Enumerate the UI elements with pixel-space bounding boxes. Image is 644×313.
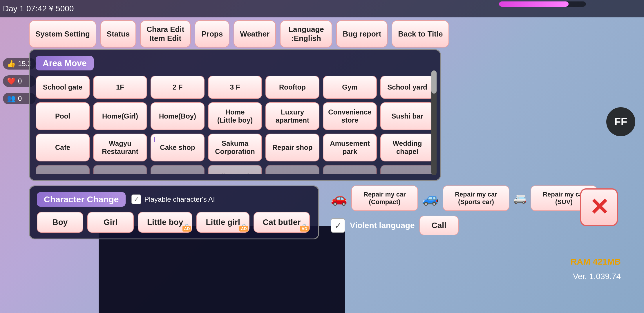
area-2f[interactable]: 2 F — [151, 76, 205, 99]
area-home-boy[interactable]: Home(Boy) — [151, 102, 205, 130]
area-police-station[interactable]: Police station — [208, 165, 262, 174]
area-gym[interactable]: Gym — [323, 76, 377, 99]
char-header: Character Change ✓ Playable character's … — [37, 192, 311, 207]
area-row4-7[interactable] — [380, 165, 434, 174]
back-to-title-button[interactable]: Back to Title — [392, 20, 449, 48]
area-sakuma-corporation[interactable]: SakumaCorporation — [208, 134, 262, 161]
close-button[interactable]: ✕ — [580, 188, 618, 226]
violence-checkbox[interactable]: ✓ — [331, 218, 345, 233]
area-3f[interactable]: 3 F — [208, 76, 262, 99]
top-menu: System Setting Status Chara EditItem Edi… — [29, 20, 615, 48]
char-boy-button[interactable]: Boy — [37, 212, 83, 233]
area-school-gate[interactable]: School gate — [36, 76, 90, 99]
right-panel: 🚗 Repair my car(Compact) 🚙 Repair my car… — [331, 185, 597, 235]
little-boy-ad-badge: AD — [182, 226, 191, 232]
suv-car-icon: 🚐 — [513, 192, 527, 204]
ff-button[interactable]: FF — [606, 107, 635, 136]
ai-checkbox-box[interactable]: ✓ — [131, 194, 141, 204]
area-cafe[interactable]: Cafe — [36, 134, 90, 161]
status-button[interactable]: Status — [100, 20, 136, 48]
area-amusement-park[interactable]: Amusementpark — [323, 134, 377, 161]
char-little-boy-button[interactable]: Little boy 🔒 AD — [138, 212, 192, 233]
area-wagyu-restaurant[interactable]: WagyuRestaurant — [93, 134, 147, 161]
ai-checkbox-label: Playable character's AI — [144, 195, 215, 203]
area-1f[interactable]: 1F — [93, 76, 147, 99]
ram-info: RAM 421MB — [571, 257, 621, 267]
area-home-little-boy[interactable]: Home(Little boy) — [208, 102, 262, 130]
call-button[interactable]: Call — [419, 216, 459, 235]
little-girl-ad-badge: AD — [239, 226, 248, 232]
character-change-panel: Character Change ✓ Playable character's … — [29, 185, 319, 239]
repair-sports-button[interactable]: Repair my car(Sports car) — [443, 185, 509, 211]
area-row4-5[interactable] — [265, 165, 319, 174]
area-repair-shop[interactable]: Repair shop — [265, 134, 319, 161]
violence-label: Violent language — [350, 221, 415, 230]
area-scrollbar[interactable] — [431, 70, 437, 175]
area-row4-3[interactable] — [151, 165, 205, 174]
area-row4-6[interactable] — [323, 165, 377, 174]
area-move-title: Area Move — [36, 56, 94, 70]
area-scrollbar-thumb[interactable] — [431, 70, 437, 94]
car-repair-row: 🚗 Repair my car(Compact) 🚙 Repair my car… — [331, 185, 597, 211]
sports-car-icon: 🚙 — [422, 190, 439, 206]
close-x-icon: ✕ — [589, 196, 609, 219]
area-luxury-apartment[interactable]: Luxuryapartment — [265, 102, 319, 130]
area-row4-2[interactable] — [93, 165, 147, 174]
area-convenience-store[interactable]: Conveniencestore — [323, 102, 377, 130]
chara-edit-button[interactable]: Chara EditItem Edit — [140, 20, 191, 48]
area-move-panel: Area Move School gate 1F 2 F 3 F Rooftop… — [29, 49, 441, 181]
char-little-girl-button[interactable]: Little girl 🔒 AD — [196, 212, 249, 233]
cat-butler-ad-badge: AD — [300, 226, 309, 232]
day-info: Day 1 07:42 ¥ 5000 — [3, 4, 74, 13]
character-change-title: Character Change — [37, 192, 126, 207]
violence-row: ✓ Violent language Call — [331, 216, 597, 235]
repair-compact-button[interactable]: Repair my car(Compact) — [351, 185, 418, 211]
ai-checkbox-container[interactable]: ✓ Playable character's AI — [131, 194, 215, 204]
compact-car-icon: 🚗 — [331, 190, 347, 206]
area-cake-shop[interactable]: Cake shopi — [151, 134, 205, 161]
area-wedding-chapel[interactable]: Weddingchapel — [380, 134, 434, 161]
area-pool[interactable]: Pool — [36, 102, 90, 130]
props-button[interactable]: Props — [195, 20, 229, 48]
area-home-girl[interactable]: Home(Girl) — [93, 102, 147, 130]
area-row4-1[interactable] — [36, 165, 90, 174]
character-buttons: Boy Girl Little boy 🔒 AD Little girl 🔒 A… — [37, 212, 311, 233]
area-rooftop[interactable]: Rooftop — [265, 76, 319, 99]
area-grid: School gate 1F 2 F 3 F Rooftop Gym Schoo… — [36, 76, 434, 174]
weather-button[interactable]: Weather — [234, 20, 276, 48]
progress-bar-fill — [499, 1, 569, 7]
area-school-yard[interactable]: School yard — [380, 76, 434, 99]
progress-bar-container — [499, 1, 586, 7]
ff-label: FF — [614, 116, 627, 128]
bug-report-button[interactable]: Bug report — [336, 20, 388, 48]
system-setting-button[interactable]: System Setting — [29, 20, 96, 48]
char-cat-butler-button[interactable]: Cat butler 🔒 AD — [254, 212, 310, 233]
area-sushi-bar[interactable]: Sushi bar — [380, 102, 434, 130]
language-button[interactable]: Language:English — [280, 20, 332, 48]
version-info: Ver. 1.039.74 — [573, 272, 621, 281]
char-girl-button[interactable]: Girl — [87, 212, 134, 233]
